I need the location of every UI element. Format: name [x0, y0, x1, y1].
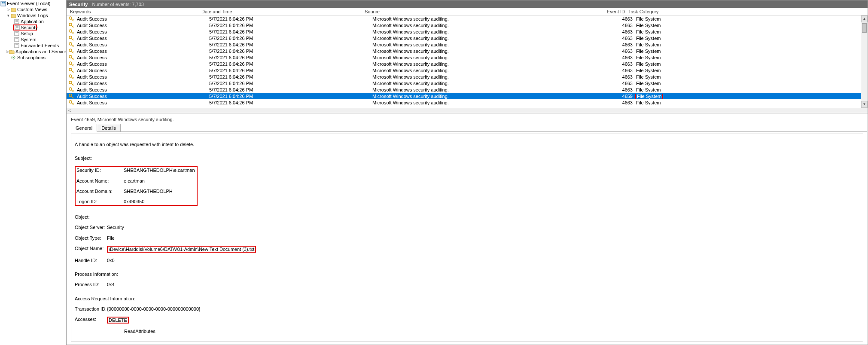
- col-source[interactable]: Source: [363, 9, 603, 14]
- vertical-scrollbar[interactable]: ▲ ▼: [861, 15, 868, 108]
- tree-log-security[interactable]: Security: [13, 24, 37, 31]
- tree-root-event-viewer[interactable]: Event Viewer (Local): [0, 0, 66, 6]
- cell-task: File System: [634, 49, 673, 54]
- tab-details[interactable]: Details: [97, 124, 121, 131]
- folder-icon: [10, 6, 16, 12]
- event-column-header[interactable]: Keywords Date and Time Source Event ID T…: [67, 8, 868, 15]
- event-row[interactable]: Audit Success5/7/2021 6:04:26 PMMicrosof…: [67, 67, 868, 73]
- event-row[interactable]: Audit Success5/7/2021 6:04:26 PMMicrosof…: [67, 15, 868, 22]
- event-row[interactable]: Audit Success5/7/2021 6:04:26 PMMicrosof…: [67, 80, 868, 86]
- event-row[interactable]: Audit Success5/7/2021 6:04:26 PMMicrosof…: [67, 54, 868, 61]
- folder-open-icon: [10, 12, 16, 18]
- object-name-key: Object Name:: [75, 246, 107, 253]
- event-detail-title: Event 4659, Microsoft Windows security a…: [67, 114, 867, 124]
- event-row[interactable]: Audit Success5/7/2021 6:04:26 PMMicrosof…: [67, 93, 868, 99]
- object-server-val: Security: [107, 225, 124, 230]
- tab-general[interactable]: General: [71, 124, 97, 132]
- horizontal-scrollbar[interactable]: <: [67, 108, 868, 113]
- event-row[interactable]: Audit Success5/7/2021 6:04:26 PMMicrosof…: [67, 99, 868, 106]
- cell-date: 5/7/2021 6:04:26 PM: [207, 36, 371, 41]
- cell-date: 5/7/2021 6:04:26 PM: [207, 49, 371, 54]
- event-row[interactable]: Audit Success5/7/2021 6:04:26 PMMicrosof…: [67, 86, 868, 93]
- col-keywords[interactable]: Keywords: [68, 9, 200, 14]
- cell-eventid: 4663: [611, 49, 634, 54]
- folder-icon: [9, 49, 15, 55]
- tree-apps-services[interactable]: ▷ Applications and Services Lo: [0, 49, 66, 55]
- event-row[interactable]: Audit Success5/7/2021 6:04:26 PMMicrosof…: [67, 22, 868, 28]
- cell-source: Microsoft Windows security auditing.: [371, 23, 611, 28]
- scroll-thumb[interactable]: [862, 23, 867, 33]
- svg-line-22: [73, 26, 73, 27]
- cell-eventid: 4663: [611, 68, 634, 73]
- cell-keywords: Audit Success: [75, 49, 207, 54]
- svg-rect-2: [3, 2, 5, 3]
- tree-log-forwarded[interactable]: Forwarded Events: [0, 43, 66, 49]
- cell-task: File System: [634, 100, 673, 105]
- events-header-count: Number of events: 7,703: [92, 2, 143, 7]
- event-row[interactable]: Audit Success5/7/2021 6:04:26 PMMicrosof…: [67, 28, 868, 35]
- cell-keywords: Audit Success: [75, 87, 207, 92]
- access-label: Access Request Information:: [75, 296, 859, 301]
- svg-point-16: [13, 57, 14, 58]
- tree-label: Security: [21, 25, 38, 30]
- tree-root-label: Event Viewer (Local): [7, 1, 50, 6]
- cell-task: File System: [634, 68, 673, 73]
- cell-keywords: Audit Success: [75, 61, 207, 67]
- collapse-arrow-icon[interactable]: ▾: [6, 13, 10, 18]
- col-task[interactable]: Task Category: [627, 9, 665, 14]
- tree-windows-logs[interactable]: ▾ Windows Logs: [0, 12, 66, 18]
- cell-date: 5/7/2021 6:04:26 PM: [207, 29, 371, 34]
- scroll-up-icon[interactable]: ▲: [861, 15, 868, 22]
- tree-log-application[interactable]: Application: [0, 18, 66, 24]
- key-icon: [68, 80, 74, 86]
- event-row[interactable]: Audit Success5/7/2021 6:04:26 PMMicrosof…: [67, 61, 868, 67]
- cell-source: Microsoft Windows security auditing.: [371, 68, 611, 73]
- detail-summary: A handle to an object was requested with…: [75, 142, 194, 147]
- subject-highlight: Security ID:SHEBANGTHEDOLPH\e.cartman Ac…: [75, 166, 198, 206]
- key-icon: [68, 55, 74, 61]
- event-row[interactable]: Audit Success5/7/2021 6:04:26 PMMicrosof…: [67, 35, 868, 41]
- cell-task: File System: [634, 23, 673, 28]
- cell-date: 5/7/2021 6:04:26 PM: [207, 100, 371, 105]
- accesses-val2: ReadAttributes: [124, 329, 155, 334]
- event-row[interactable]: Audit Success5/7/2021 6:04:26 PMMicrosof…: [67, 41, 868, 48]
- cell-task: File System: [634, 94, 673, 99]
- event-row[interactable]: Audit Success5/7/2021 6:04:26 PMMicrosof…: [67, 73, 868, 80]
- event-row[interactable]: Audit Success5/7/2021 6:04:26 PMMicrosof…: [67, 48, 868, 54]
- tree-custom-views[interactable]: ▷ Custom Views: [0, 6, 66, 12]
- cell-date: 5/7/2021 6:04:26 PM: [207, 42, 371, 47]
- cell-date: 5/7/2021 6:04:26 PM: [207, 81, 371, 86]
- key-icon: [68, 48, 74, 54]
- svg-rect-1: [2, 2, 3, 3]
- cell-task: File System: [634, 42, 673, 47]
- cell-eventid: 4663: [611, 81, 634, 86]
- tree-subscriptions[interactable]: Subscriptions: [0, 55, 66, 61]
- cell-task: File System: [634, 29, 673, 34]
- account-domain-key: Account Domain:: [76, 189, 124, 194]
- cell-keywords: Audit Success: [75, 55, 207, 60]
- cell-source: Microsoft Windows security auditing.: [371, 61, 611, 67]
- handle-id-key: Handle ID:: [75, 258, 107, 263]
- cell-eventid: 4663: [611, 36, 634, 41]
- col-date[interactable]: Date and Time: [200, 9, 363, 14]
- svg-line-49: [73, 84, 73, 85]
- cell-keywords: Audit Success: [75, 100, 207, 105]
- object-type-key: Object Type:: [75, 235, 107, 241]
- key-icon: [68, 22, 74, 28]
- transaction-id-val: {00000000-0000-0000-0000-000000000000}: [107, 306, 201, 311]
- log-icon: [14, 18, 20, 24]
- cell-task: File System: [634, 16, 673, 21]
- svg-rect-9: [15, 31, 19, 36]
- object-label: Object:: [75, 214, 859, 220]
- col-eventid[interactable]: Event ID: [603, 9, 627, 14]
- tree-log-setup[interactable]: Setup: [0, 31, 66, 37]
- expand-arrow-icon[interactable]: ▷: [6, 49, 9, 54]
- tree-log-system[interactable]: System: [0, 37, 66, 43]
- log-icon: [14, 31, 20, 37]
- tree-label: Application: [21, 19, 44, 24]
- cell-task: File System: [634, 81, 673, 86]
- scroll-down-icon[interactable]: ▼: [861, 101, 868, 108]
- svg-line-25: [73, 32, 73, 33]
- svg-line-34: [73, 52, 73, 52]
- expand-arrow-icon[interactable]: ▷: [6, 7, 10, 12]
